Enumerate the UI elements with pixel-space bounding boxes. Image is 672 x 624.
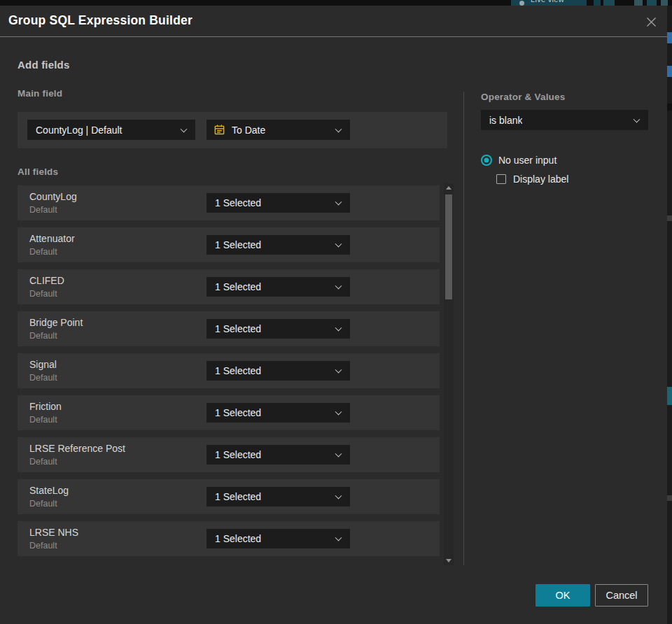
field-type: Default (29, 289, 57, 299)
field-row: Bridge Point Default 1 Selected (18, 311, 440, 346)
chevron-down-icon (634, 115, 640, 122)
field-row: Attenuator Default 1 Selected (18, 227, 440, 262)
field-selection-select[interactable]: 1 Selected (206, 487, 350, 506)
field-row: LRSE NHS Default 1 Selected (18, 521, 440, 556)
group-sql-expression-builder-dialog: Group SQL Expression Builder Add fields … (0, 6, 667, 624)
checkbox-unchecked-icon (496, 174, 506, 184)
field-type: Default (29, 457, 57, 467)
field-selection-value: 1 Selected (215, 281, 261, 292)
chevron-down-icon (335, 534, 342, 541)
chevron-down-icon (335, 367, 342, 374)
field-selection-value: 1 Selected (215, 365, 261, 376)
dialog-title: Group SQL Expression Builder (8, 13, 192, 28)
field-selection-value: 1 Selected (215, 533, 261, 544)
field-row: CLIFED Default 1 Selected (18, 269, 440, 304)
background-toolbar-fragment (661, 0, 668, 6)
field-selection-select[interactable]: 1 Selected (206, 529, 350, 548)
field-selection-value: 1 Selected (215, 197, 261, 208)
field-name: Friction (29, 401, 62, 412)
background-panel-fragment (667, 387, 672, 405)
background-panel-fragment (667, 32, 672, 43)
field-selection-value: 1 Selected (215, 491, 261, 502)
main-field-date-select[interactable]: To Date (206, 120, 350, 140)
panel-divider (463, 92, 464, 565)
field-selection-value: 1 Selected (215, 239, 261, 250)
background-app-right-strip (667, 6, 672, 624)
main-field-card: CountyLog | Default To Date (18, 112, 447, 148)
field-selection-select[interactable]: 1 Selected (206, 445, 350, 465)
no-user-input-radio[interactable]: No user input (481, 155, 556, 166)
calendar-icon (214, 124, 225, 136)
background-panel-fragment (667, 495, 672, 501)
main-field-select-value: CountyLog | Default (36, 125, 122, 136)
field-row: StateLog Default 1 Selected (18, 479, 440, 514)
field-selection-value: 1 Selected (215, 449, 261, 460)
field-row: Signal Default 1 Selected (18, 353, 440, 388)
scrollbar-thumb[interactable] (445, 194, 452, 299)
field-selection-select[interactable]: 1 Selected (206, 403, 350, 423)
dialog-header: Group SQL Expression Builder (0, 6, 667, 37)
background-toolbar-fragment (594, 0, 601, 6)
chevron-down-icon (335, 125, 342, 132)
field-selection-select[interactable]: 1 Selected (206, 193, 350, 213)
chevron-down-icon (335, 199, 342, 206)
field-type: Default (29, 541, 57, 551)
main-field-label: Main field (18, 88, 62, 99)
field-name: LRSE NHS (29, 527, 78, 538)
field-type: Default (29, 373, 57, 383)
field-name: Bridge Point (29, 317, 83, 328)
background-toolbar-fragment (603, 0, 615, 6)
chevron-down-icon (335, 241, 342, 248)
screen: Live view Group SQL Expression Builder A… (0, 0, 672, 624)
chevron-down-icon (181, 125, 188, 132)
live-view-toggle[interactable]: Live view (511, 0, 587, 6)
field-type: Default (29, 205, 57, 215)
field-row: CountyLog Default 1 Selected (18, 185, 440, 220)
operator-select[interactable]: is blank (481, 110, 648, 130)
background-toolbar-fragment (634, 0, 643, 6)
scroll-down-icon[interactable] (446, 559, 451, 562)
background-toolbar-fragment (647, 0, 657, 6)
radio-selected-icon (481, 155, 492, 166)
background-panel-fragment (667, 104, 672, 111)
live-view-dot-icon (519, 1, 524, 6)
all-fields-label: All fields (18, 166, 58, 177)
field-selection-select[interactable]: 1 Selected (206, 277, 350, 297)
ok-button[interactable]: OK (536, 584, 590, 607)
field-selection-select[interactable]: 1 Selected (206, 235, 350, 255)
no-user-input-label: No user input (498, 155, 556, 166)
scroll-up-icon[interactable] (446, 186, 451, 190)
field-name: StateLog (29, 485, 69, 496)
display-label-checkbox[interactable]: Display label (496, 173, 568, 185)
chevron-down-icon (335, 283, 342, 290)
background-app-top-strip: Live view (0, 0, 672, 6)
field-name: CountyLog (29, 191, 77, 202)
fields-list-scrollbar[interactable] (444, 183, 454, 565)
background-panel-fragment (667, 215, 672, 221)
field-name: Signal (29, 359, 57, 370)
operator-select-value: is blank (489, 115, 522, 126)
chevron-down-icon (335, 451, 342, 458)
chevron-down-icon (335, 325, 342, 332)
main-field-date-value: To Date (232, 125, 265, 136)
close-icon[interactable] (643, 14, 659, 29)
background-panel-fragment (667, 66, 672, 77)
live-view-label: Live view (531, 0, 564, 3)
field-type: Default (29, 499, 57, 509)
cancel-button[interactable]: Cancel (595, 584, 648, 607)
field-row: Friction Default 1 Selected (18, 395, 440, 430)
add-fields-heading: Add fields (18, 59, 70, 71)
field-type: Default (29, 331, 57, 341)
operator-values-label: Operator & Values (481, 92, 565, 102)
all-fields-list: CountyLog Default 1 Selected Attenuator … (18, 185, 440, 563)
field-type: Default (29, 247, 57, 257)
display-label-label: Display label (513, 173, 568, 185)
main-field-select[interactable]: CountyLog | Default (27, 120, 195, 140)
field-row: LRSE Reference Post Default 1 Selected (18, 437, 440, 472)
field-selection-select[interactable]: 1 Selected (206, 319, 350, 339)
field-selection-select[interactable]: 1 Selected (206, 361, 350, 381)
field-selection-value: 1 Selected (215, 323, 261, 334)
field-selection-value: 1 Selected (215, 407, 261, 418)
chevron-down-icon (335, 409, 342, 416)
field-name: Attenuator (29, 233, 75, 244)
